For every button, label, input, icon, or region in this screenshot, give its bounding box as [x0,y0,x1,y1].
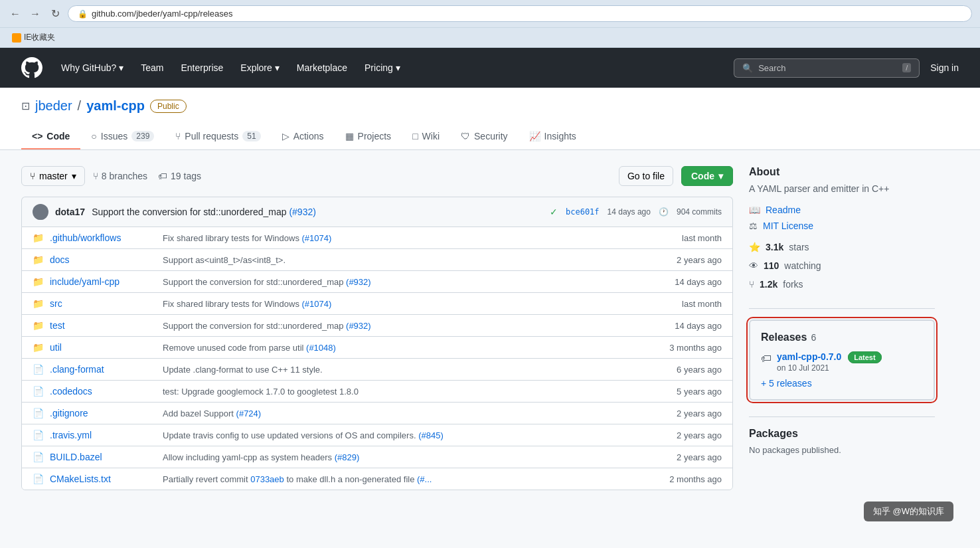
url-bar[interactable]: 🔒 github.com/jbeder/yaml-cpp/releases [68,5,972,22]
search-icon: 🔍 [742,63,753,73]
file-row: 📁 util Remove unused code from parse uti… [22,337,732,359]
file-commit-msg: Update travis config to use updated vers… [163,430,649,440]
nav-why-github[interactable]: Why GitHub? ▾ [53,57,131,78]
commit-pr-link[interactable]: (#932) [289,207,315,217]
main-content: ⑂ master ▾ ⑂ 8 branches 🏷 19 tags Go to … [0,150,956,506]
repo-separator: / [78,98,82,114]
file-commit-msg: Fix shared library tests for Windows (#1… [163,299,649,309]
actions-icon: ▷ [282,131,289,141]
svg-point-1 [35,214,46,220]
file-name[interactable]: docs [50,254,156,265]
repo-name-link[interactable]: yaml-cpp [86,98,145,114]
search-bar[interactable]: 🔍 Search / [734,58,920,78]
file-name[interactable]: .codedocs [50,386,156,397]
file-name[interactable]: src [50,298,156,309]
lock-icon: 🔒 [78,9,88,19]
forks-stat[interactable]: ⑂ 1.2k forks [749,276,935,292]
file-row: 📁 src Fix shared library tests for Windo… [22,293,732,315]
folder-icon: 📁 [33,254,43,265]
tab-pull-requests[interactable]: ⑂ Pull requests 51 [165,124,271,149]
tab-code[interactable]: <> Code [21,124,80,149]
readme-link[interactable]: 📖 Readme [749,202,935,218]
commit-hash[interactable]: bce601f [566,207,600,217]
file-name[interactable]: test [50,320,156,331]
file-name[interactable]: .gitignore [50,408,156,418]
tab-insights[interactable]: 📈 Insights [519,124,587,149]
file-commit-msg: Fix shared library tests for Windows (#1… [163,233,649,243]
tab-wiki[interactable]: □ Wiki [402,124,450,149]
file-name[interactable]: BUILD.bazel [50,452,156,462]
file-name[interactable]: include/yaml-cpp [50,276,156,287]
file-time: 14 days ago [655,277,722,287]
chevron-down-icon: ▾ [718,171,723,181]
commit-author[interactable]: dota17 [55,207,85,217]
file-name[interactable]: .travis.yml [50,430,156,440]
bookmark-ie[interactable]: IE收藏夹 [8,31,59,45]
tab-security[interactable]: 🛡 Security [450,124,519,149]
about-title: About [749,166,935,178]
branch-name: master [39,171,68,181]
tags-link[interactable]: 🏷 19 tags [158,171,201,181]
chevron-down-icon: ▾ [72,171,76,181]
file-table: 📁 .github/workflows Fix shared library t… [21,227,733,490]
github-logo[interactable] [21,57,42,78]
more-releases-link[interactable]: + 5 releases [761,378,923,389]
release-name-link[interactable]: yaml-cpp-0.7.0 [777,351,841,362]
license-link[interactable]: ⚖ MIT License [749,218,935,234]
sign-in-link[interactable]: Sign in [930,62,959,73]
watching-stat[interactable]: 👁 110 watching [749,258,935,274]
latest-badge: Latest [848,351,881,363]
tab-actions[interactable]: ▷ Actions [272,124,335,149]
file-time: 6 years ago [655,365,722,375]
watching-count: 110 [764,260,779,271]
nav-marketplace[interactable]: Marketplace [289,57,355,78]
bookmark-bar: IE收藏夹 [0,28,980,48]
scale-icon: ⚖ [749,221,758,231]
releases-count: 6 [811,332,816,343]
file-row: 📄 .travis.yml Update travis config to us… [22,424,732,446]
tab-issues[interactable]: ○ Issues 239 [80,124,165,149]
code-label: Code [691,171,714,181]
book-icon: 📖 [749,205,760,215]
tag-icon: 🏷 [158,171,167,181]
projects-icon: ▦ [345,131,354,141]
file-row: 📁 include/yaml-cpp Support the conversio… [22,271,732,293]
file-row: 📄 .codedocs test: Upgrade googlemock 1.7… [22,381,732,403]
file-time: 14 days ago [655,321,722,331]
file-name[interactable]: CMakeLists.txt [50,474,156,484]
file-commit-msg: Add bazel Support (#724) [163,409,649,418]
pr-icon: ⑂ [175,131,181,141]
reload-button[interactable]: ↻ [48,7,62,21]
file-time: 3 months ago [655,343,722,353]
branches-link[interactable]: ⑂ 8 branches [93,171,147,181]
packages-title: Packages [749,428,935,440]
nav-team[interactable]: Team [133,57,171,78]
file-commit-msg: test: Upgrade googlemock 1.7.0 to google… [163,387,649,397]
back-button[interactable]: ← [8,7,23,21]
releases-title-link[interactable]: Releases [761,331,807,343]
nav-pricing[interactable]: Pricing ▾ [357,57,408,78]
nav-enterprise[interactable]: Enterprise [173,57,231,78]
branch-selector[interactable]: ⑂ master ▾ [21,166,85,186]
commits-count-link[interactable]: 904 commits [677,207,722,217]
file-name[interactable]: .github/workflows [50,232,156,243]
nav-explore[interactable]: Explore ▾ [232,57,287,78]
star-icon: ⭐ [749,242,760,252]
commit-meta: ✓ bce601f 14 days ago 🕐 904 commits [550,207,722,217]
file-row: 📁 docs Support as<uint8_t>/as<int8_t>. 2… [22,249,732,271]
forward-button[interactable]: → [28,7,42,21]
go-to-file-button[interactable]: Go to file [619,166,673,186]
commit-row: dota17 Support the conversion for std::u… [21,197,733,227]
chevron-down-icon: ▾ [275,62,280,73]
search-placeholder: Search [758,63,785,73]
file-name[interactable]: util [50,342,156,353]
stars-stat[interactable]: ⭐ 3.1k stars [749,239,935,255]
code-button[interactable]: Code ▾ [681,166,733,186]
file-commit-msg: Support as<uint8_t>/as<int8_t>. [163,255,649,265]
commit-check-icon: ✓ [550,207,558,217]
repo-owner-link[interactable]: jbeder [35,98,72,114]
file-name[interactable]: .clang-format [50,364,156,375]
file-row: 📄 BUILD.bazel Allow including yaml-cpp a… [22,446,732,468]
tab-projects[interactable]: ▦ Projects [335,124,402,149]
file-icon: 📄 [33,386,43,397]
